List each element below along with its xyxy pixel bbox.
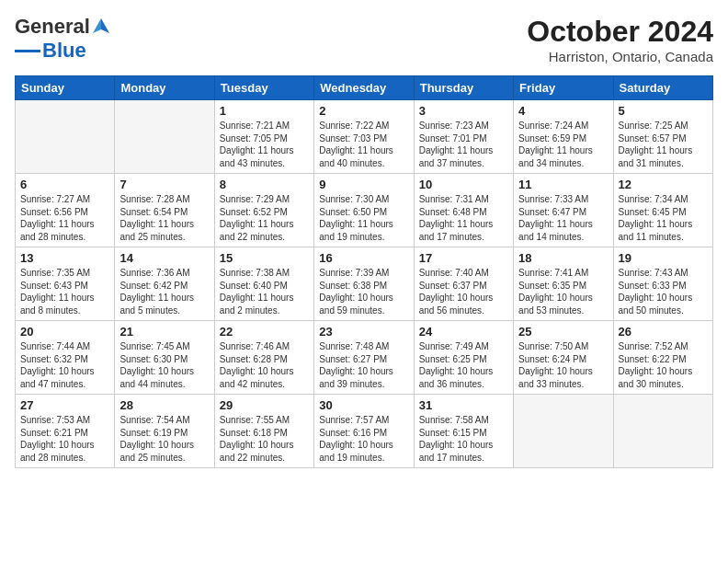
day-number: 3	[419, 104, 508, 118]
calendar-cell: 16 Sunrise: 7:39 AMSunset: 6:38 PMDaylig…	[314, 247, 414, 321]
week-row-1: 1 Sunrise: 7:21 AMSunset: 7:05 PMDayligh…	[16, 100, 713, 174]
cell-info: Sunrise: 7:39 AMSunset: 6:38 PMDaylight:…	[319, 268, 393, 316]
day-number: 5	[619, 104, 708, 118]
calendar-cell: 30 Sunrise: 7:57 AMSunset: 6:16 PMDaylig…	[314, 395, 414, 468]
cell-info: Sunrise: 7:36 AMSunset: 6:42 PMDaylight:…	[119, 268, 194, 316]
cell-info: Sunrise: 7:45 AMSunset: 6:30 PMDaylight:…	[119, 341, 194, 389]
cell-info: Sunrise: 7:21 AMSunset: 7:05 PMDaylight:…	[220, 121, 294, 168]
cell-info: Sunrise: 7:23 AMSunset: 7:01 PMDaylight:…	[419, 121, 494, 168]
calendar-cell	[16, 100, 115, 174]
calendar-cell: 13 Sunrise: 7:35 AMSunset: 6:43 PMDaylig…	[16, 247, 115, 321]
cell-info: Sunrise: 7:31 AMSunset: 6:48 PMDaylight:…	[419, 194, 494, 242]
cell-info: Sunrise: 7:50 AMSunset: 6:24 PMDaylight:…	[518, 341, 593, 389]
cell-info: Sunrise: 7:41 AMSunset: 6:35 PMDaylight:…	[518, 268, 593, 316]
cell-info: Sunrise: 7:55 AMSunset: 6:18 PMDaylight:…	[220, 415, 294, 463]
calendar-cell: 24 Sunrise: 7:49 AMSunset: 6:25 PMDaylig…	[414, 321, 513, 395]
cell-info: Sunrise: 7:58 AMSunset: 6:15 PMDaylight:…	[419, 415, 494, 463]
day-number: 10	[419, 178, 508, 191]
cell-info: Sunrise: 7:25 AMSunset: 6:57 PMDaylight:…	[619, 121, 693, 168]
day-number: 26	[619, 325, 708, 339]
page-header: General Blue October 2024 Harriston, Ont…	[15, 15, 713, 64]
calendar-cell: 14 Sunrise: 7:36 AMSunset: 6:42 PMDaylig…	[115, 247, 214, 321]
calendar-cell: 27 Sunrise: 7:53 AMSunset: 6:21 PMDaylig…	[16, 395, 115, 468]
header-sunday: Sunday	[16, 76, 115, 100]
day-number: 17	[419, 251, 508, 265]
calendar-cell	[115, 100, 214, 174]
cell-info: Sunrise: 7:38 AMSunset: 6:40 PMDaylight:…	[220, 268, 294, 316]
day-number: 18	[518, 251, 608, 265]
cell-info: Sunrise: 7:27 AMSunset: 6:56 PMDaylight:…	[20, 194, 95, 242]
calendar-title: October 2024	[527, 15, 713, 49]
calendar-cell	[613, 395, 712, 468]
calendar-subtitle: Harriston, Ontario, Canada	[527, 49, 713, 64]
calendar-cell: 12 Sunrise: 7:34 AMSunset: 6:45 PMDaylig…	[613, 174, 712, 247]
day-number: 8	[220, 178, 309, 191]
header-friday: Friday	[514, 76, 613, 100]
cell-info: Sunrise: 7:29 AMSunset: 6:52 PMDaylight:…	[220, 194, 294, 242]
cell-info: Sunrise: 7:52 AMSunset: 6:22 PMDaylight:…	[619, 341, 693, 389]
calendar-cell: 18 Sunrise: 7:41 AMSunset: 6:35 PMDaylig…	[514, 247, 613, 321]
calendar-cell: 31 Sunrise: 7:58 AMSunset: 6:15 PMDaylig…	[414, 395, 513, 468]
logo-icon	[91, 17, 111, 37]
calendar-cell: 8 Sunrise: 7:29 AMSunset: 6:52 PMDayligh…	[214, 174, 313, 247]
day-number: 7	[119, 178, 209, 191]
calendar-cell: 28 Sunrise: 7:54 AMSunset: 6:19 PMDaylig…	[115, 395, 214, 468]
header-tuesday: Tuesday	[214, 76, 313, 100]
cell-info: Sunrise: 7:44 AMSunset: 6:32 PMDaylight:…	[20, 341, 95, 389]
calendar-cell: 3 Sunrise: 7:23 AMSunset: 7:01 PMDayligh…	[414, 100, 513, 174]
day-number: 16	[319, 251, 408, 265]
calendar-cell: 26 Sunrise: 7:52 AMSunset: 6:22 PMDaylig…	[613, 321, 712, 395]
header-saturday: Saturday	[613, 76, 712, 100]
day-number: 22	[220, 325, 309, 339]
day-number: 12	[619, 178, 708, 191]
day-number: 23	[319, 325, 408, 339]
cell-info: Sunrise: 7:24 AMSunset: 6:59 PMDaylight:…	[518, 121, 593, 168]
cell-info: Sunrise: 7:30 AMSunset: 6:50 PMDaylight:…	[319, 194, 393, 242]
cell-info: Sunrise: 7:28 AMSunset: 6:54 PMDaylight:…	[119, 194, 194, 242]
calendar-cell: 4 Sunrise: 7:24 AMSunset: 6:59 PMDayligh…	[514, 100, 613, 174]
calendar-cell: 21 Sunrise: 7:45 AMSunset: 6:30 PMDaylig…	[115, 321, 214, 395]
day-number: 9	[319, 178, 408, 191]
calendar-cell: 29 Sunrise: 7:55 AMSunset: 6:18 PMDaylig…	[214, 395, 313, 468]
cell-info: Sunrise: 7:53 AMSunset: 6:21 PMDaylight:…	[20, 415, 95, 463]
calendar-table: Sunday Monday Tuesday Wednesday Thursday…	[15, 75, 713, 468]
day-number: 13	[20, 251, 109, 265]
day-number: 29	[220, 398, 309, 412]
calendar-cell: 25 Sunrise: 7:50 AMSunset: 6:24 PMDaylig…	[514, 321, 613, 395]
svg-marker-0	[101, 18, 109, 33]
day-number: 28	[119, 398, 209, 412]
cell-info: Sunrise: 7:46 AMSunset: 6:28 PMDaylight:…	[220, 341, 294, 389]
calendar-cell: 9 Sunrise: 7:30 AMSunset: 6:50 PMDayligh…	[314, 174, 414, 247]
day-number: 2	[319, 104, 408, 118]
day-number: 4	[518, 104, 608, 118]
calendar-cell: 22 Sunrise: 7:46 AMSunset: 6:28 PMDaylig…	[214, 321, 313, 395]
day-number: 27	[20, 398, 109, 412]
week-row-4: 20 Sunrise: 7:44 AMSunset: 6:32 PMDaylig…	[16, 321, 713, 395]
week-row-3: 13 Sunrise: 7:35 AMSunset: 6:43 PMDaylig…	[16, 247, 713, 321]
day-number: 11	[518, 178, 608, 191]
calendar-cell: 10 Sunrise: 7:31 AMSunset: 6:48 PMDaylig…	[414, 174, 513, 247]
calendar-cell: 20 Sunrise: 7:44 AMSunset: 6:32 PMDaylig…	[16, 321, 115, 395]
calendar-cell: 23 Sunrise: 7:48 AMSunset: 6:27 PMDaylig…	[314, 321, 414, 395]
svg-marker-1	[93, 18, 101, 33]
cell-info: Sunrise: 7:48 AMSunset: 6:27 PMDaylight:…	[319, 341, 393, 389]
day-number: 19	[619, 251, 708, 265]
day-number: 20	[20, 325, 109, 339]
calendar-cell: 17 Sunrise: 7:40 AMSunset: 6:37 PMDaylig…	[414, 247, 513, 321]
logo: General Blue	[15, 15, 111, 63]
calendar-cell: 15 Sunrise: 7:38 AMSunset: 6:40 PMDaylig…	[214, 247, 313, 321]
calendar-cell: 1 Sunrise: 7:21 AMSunset: 7:05 PMDayligh…	[214, 100, 313, 174]
title-block: October 2024 Harriston, Ontario, Canada	[527, 15, 713, 64]
calendar-cell: 2 Sunrise: 7:22 AMSunset: 7:03 PMDayligh…	[314, 100, 414, 174]
logo-general: General	[15, 15, 90, 39]
header-wednesday: Wednesday	[314, 76, 414, 100]
day-number: 24	[419, 325, 508, 339]
header-monday: Monday	[115, 76, 214, 100]
cell-info: Sunrise: 7:57 AMSunset: 6:16 PMDaylight:…	[319, 415, 393, 463]
header-thursday: Thursday	[414, 76, 513, 100]
cell-info: Sunrise: 7:43 AMSunset: 6:33 PMDaylight:…	[619, 268, 693, 316]
cell-info: Sunrise: 7:49 AMSunset: 6:25 PMDaylight:…	[419, 341, 494, 389]
calendar-cell: 6 Sunrise: 7:27 AMSunset: 6:56 PMDayligh…	[16, 174, 115, 247]
calendar-cell: 5 Sunrise: 7:25 AMSunset: 6:57 PMDayligh…	[613, 100, 712, 174]
calendar-cell: 19 Sunrise: 7:43 AMSunset: 6:33 PMDaylig…	[613, 247, 712, 321]
